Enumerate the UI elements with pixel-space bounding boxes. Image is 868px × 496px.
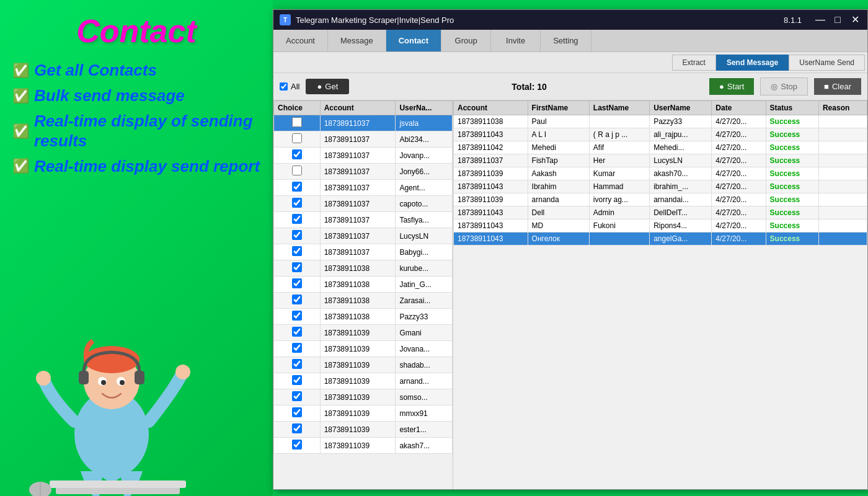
all-checkbox[interactable] — [280, 82, 288, 91]
left-cell-choice[interactable] — [274, 341, 321, 357]
all-checkbox-label[interactable]: All — [280, 82, 299, 91]
left-table-row[interactable]: 18738911037 jsvala — [274, 115, 453, 131]
left-cell-choice[interactable] — [274, 405, 321, 422]
row-checkbox[interactable] — [292, 230, 302, 240]
tab-group[interactable]: Group — [441, 30, 491, 51]
maximize-button[interactable]: □ — [831, 14, 844, 26]
row-checkbox[interactable] — [292, 423, 302, 433]
left-table-scroll[interactable]: Choice Account UserNa... 18738911037 jsv… — [273, 100, 453, 489]
rcol-username: UserName — [650, 101, 712, 115]
left-cell-choice[interactable] — [274, 373, 321, 389]
row-checkbox[interactable] — [292, 262, 302, 272]
left-cell-choice[interactable] — [274, 309, 321, 325]
row-checkbox[interactable] — [292, 149, 302, 159]
tab-setting[interactable]: Setting — [541, 30, 591, 51]
start-label: Start — [727, 82, 744, 91]
row-checkbox[interactable] — [292, 246, 302, 256]
right-table-row[interactable]: 18738911039 Aakash Kumar akash70... 4/27… — [454, 167, 867, 180]
right-table-row[interactable]: 18738911037 FishTap Her LucysLN 4/27/20.… — [454, 154, 867, 167]
close-button[interactable]: ✕ — [849, 14, 861, 26]
row-checkbox[interactable] — [292, 294, 302, 304]
right-table-scroll[interactable]: Account FirstName LastName UserName Date… — [453, 100, 867, 489]
left-table-row[interactable]: 18738911038 kurube... — [274, 260, 453, 277]
svg-point-4 — [84, 346, 140, 373]
right-table-row[interactable]: 18738911043 Dell Admin DellDelT... 4/27/… — [454, 206, 867, 219]
row-checkbox[interactable] — [292, 375, 302, 385]
left-cell-choice[interactable] — [274, 180, 321, 196]
left-table-row[interactable]: 18738911037 Jony66... — [274, 164, 453, 180]
row-checkbox[interactable] — [292, 391, 302, 401]
left-cell-choice[interactable] — [274, 148, 321, 164]
left-cell-choice[interactable] — [274, 164, 321, 180]
tab-contact[interactable]: Contact — [386, 30, 441, 51]
left-table-row[interactable]: 18738911038 Pazzy33 — [274, 309, 453, 325]
left-cell-choice[interactable] — [274, 196, 321, 212]
right-cell-lastname: Fukoni — [589, 219, 649, 232]
row-checkbox[interactable] — [292, 133, 302, 143]
left-table-row[interactable]: 18738911039 somso... — [274, 389, 453, 405]
minimize-button[interactable]: — — [814, 14, 826, 26]
tab-invite[interactable]: Invite — [491, 30, 541, 51]
left-table-row[interactable]: 18738911039 mmxx91 — [274, 405, 453, 422]
row-checkbox[interactable] — [292, 343, 302, 353]
right-table-row[interactable]: 18738911038 Paul Pazzy33 4/27/20... Succ… — [454, 115, 867, 128]
get-button[interactable]: ● Get — [306, 79, 349, 94]
left-table-row[interactable]: 18738911037 Agent... — [274, 180, 453, 196]
left-cell-choice[interactable] — [274, 228, 321, 244]
row-checkbox[interactable] — [292, 327, 302, 337]
left-table-row[interactable]: 18738911038 Zarasai... — [274, 293, 453, 309]
right-table-row[interactable]: 18738911039 arnanda ivorry ag... arnanda… — [454, 193, 867, 206]
row-checkbox[interactable] — [292, 311, 302, 321]
row-checkbox[interactable] — [292, 182, 302, 192]
left-cell-choice[interactable] — [274, 260, 321, 277]
row-checkbox[interactable] — [292, 198, 302, 208]
left-table-row[interactable]: 18738911037 Abi234... — [274, 131, 453, 148]
left-cell-choice[interactable] — [274, 244, 321, 260]
stop-button[interactable]: ◎ Stop — [760, 78, 808, 95]
right-table-row[interactable]: 18738911042 Mehedi Afif Mehedi... 4/27/2… — [454, 141, 867, 154]
row-checkbox[interactable] — [292, 214, 302, 224]
left-table-row[interactable]: 18738911037 Babygi... — [274, 244, 453, 260]
left-table-row[interactable]: 18738911039 ester1... — [274, 422, 453, 438]
left-cell-username: mmxx91 — [396, 405, 453, 422]
right-table-row[interactable]: 18738911043 A L I ( R a j p ... ali_rajp… — [454, 128, 867, 141]
left-cell-choice[interactable] — [274, 115, 321, 131]
left-table-row[interactable]: 18738911039 arnand... — [274, 373, 453, 389]
clear-button[interactable]: ■ Clear — [814, 78, 861, 95]
left-cell-choice[interactable] — [274, 325, 321, 341]
subtab-extract[interactable]: Extract — [672, 55, 716, 71]
left-table-row[interactable]: 18738911039 Gmani — [274, 325, 453, 341]
row-checkbox[interactable] — [292, 407, 302, 417]
left-cell-choice[interactable] — [274, 357, 321, 373]
left-cell-choice[interactable] — [274, 277, 321, 293]
right-table-row[interactable]: 18738911043 MD Fukoni Ripons4... 4/27/20… — [454, 219, 867, 232]
row-checkbox[interactable] — [292, 117, 302, 127]
left-table-row[interactable]: 18738911039 shadab... — [274, 357, 453, 373]
left-cell-choice[interactable] — [274, 422, 321, 438]
right-table-row[interactable]: 18738911043 Онгелок angelGa... 4/27/20..… — [454, 232, 867, 246]
subtab-send-message[interactable]: Send Message — [716, 55, 789, 71]
left-cell-choice[interactable] — [274, 212, 321, 228]
subtab-username-send[interactable]: UserName Send — [789, 55, 865, 71]
row-checkbox[interactable] — [292, 278, 302, 288]
right-table-row[interactable]: 18738911043 Ibrahim Hammad ibrahim_... 4… — [454, 180, 867, 193]
left-cell-choice[interactable] — [274, 438, 321, 454]
left-cell-choice[interactable] — [274, 131, 321, 148]
left-table-row[interactable]: 18738911037 Tasfiya... — [274, 212, 453, 228]
left-table-row[interactable]: 18738911037 capoto... — [274, 196, 453, 212]
row-checkbox[interactable] — [292, 440, 302, 450]
tab-account[interactable]: Account — [273, 30, 328, 51]
tab-message[interactable]: Message — [328, 30, 386, 51]
left-table-row[interactable]: 18738911037 LucysLN — [274, 228, 453, 244]
left-table-row[interactable]: 18738911038 Jatin_G... — [274, 277, 453, 293]
left-table-row[interactable]: 18738911037 Jovanp... — [274, 148, 453, 164]
row-checkbox[interactable] — [292, 166, 302, 175]
left-cell-choice[interactable] — [274, 389, 321, 405]
start-button[interactable]: ● Start — [709, 78, 754, 95]
row-checkbox[interactable] — [292, 359, 302, 369]
left-cell-account: 18738911039 — [320, 357, 396, 373]
left-table-row[interactable]: 18738911039 akash7... — [274, 438, 453, 454]
left-table-row[interactable]: 18738911039 Jovana... — [274, 341, 453, 357]
right-cell-account: 18738911039 — [454, 193, 528, 206]
left-cell-choice[interactable] — [274, 293, 321, 309]
